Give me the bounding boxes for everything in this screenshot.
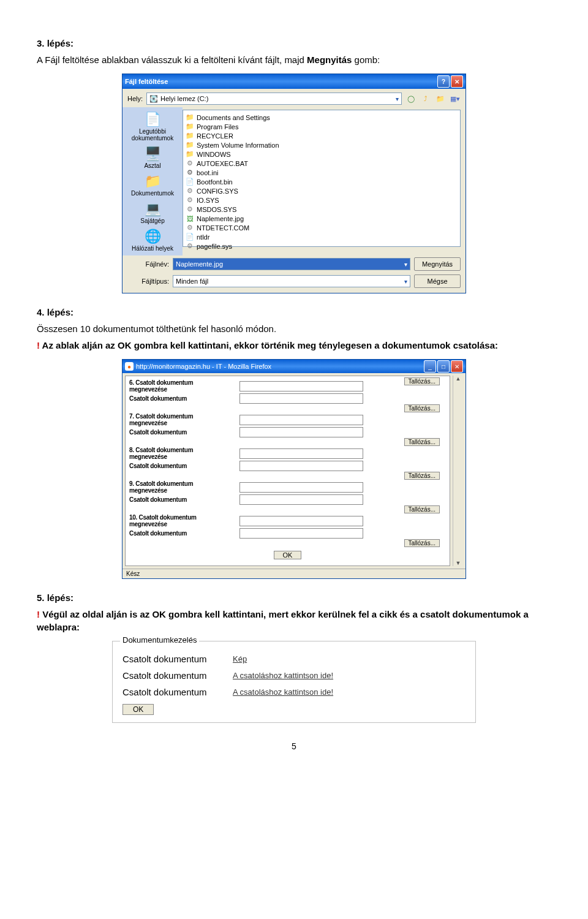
filename-input[interactable]: Naplemente.jpg▾ bbox=[173, 258, 410, 270]
location-combo[interactable]: 💽Helyi lemez (C:) ▾ bbox=[146, 93, 402, 105]
file-name: boot.ini bbox=[197, 169, 218, 176]
browse-button[interactable]: Tallózás... bbox=[404, 472, 440, 480]
list-item[interactable]: 📁Documents and Settings bbox=[186, 113, 458, 122]
form-row: 7. Csatolt dokumentummegnevezése bbox=[129, 413, 446, 426]
t-b: Megnyitás bbox=[307, 55, 352, 65]
up-icon[interactable]: ⤴ bbox=[420, 93, 431, 104]
maximize-icon[interactable]: □ bbox=[437, 360, 450, 373]
browse-button[interactable]: Tallózás... bbox=[404, 404, 440, 412]
file-list[interactable]: 📁Documents and Settings📁Program Files📁RE… bbox=[183, 110, 461, 247]
help-icon[interactable]: ? bbox=[437, 75, 450, 88]
list-item[interactable]: ⚙CONFIG.SYS bbox=[186, 186, 458, 195]
open-button[interactable]: Megnyitás bbox=[414, 257, 461, 271]
dialog-title: Fájl feltöltése bbox=[125, 78, 436, 85]
firefox-window: ●http://monitormagazin.hu - IT - Mozilla… bbox=[122, 359, 466, 579]
list-item[interactable]: ⚙AUTOEXEC.BAT bbox=[186, 159, 458, 168]
list-item[interactable]: 📄ntldr bbox=[186, 232, 458, 241]
close-icon[interactable]: ✕ bbox=[451, 75, 463, 88]
excl: ! bbox=[37, 340, 42, 350]
list-item[interactable]: 📄Bootfont.bin bbox=[186, 177, 458, 186]
browse-button[interactable]: Tallózás... bbox=[404, 377, 440, 385]
file-name: pagefile.sys bbox=[197, 243, 232, 250]
text-input[interactable] bbox=[239, 461, 363, 471]
list-item[interactable]: 📁Program Files bbox=[186, 122, 458, 131]
file-name: NTDETECT.COM bbox=[197, 224, 249, 232]
l: Sajátgép bbox=[140, 217, 164, 224]
filename-value: Naplemente.jpg bbox=[176, 260, 223, 268]
places-documents[interactable]: 📁Dokumentumok bbox=[125, 172, 180, 198]
text-input[interactable] bbox=[239, 381, 363, 391]
text-input[interactable] bbox=[239, 415, 363, 425]
row-label: 8. Csatolt dokumentummegnevezése bbox=[129, 447, 239, 460]
newfolder-icon[interactable]: 📁 bbox=[435, 93, 446, 104]
page-content: Tallózás... 6. Csatolt dokumentummegneve… bbox=[125, 376, 450, 566]
row-link[interactable]: A csatoláshoz kattintson ide! bbox=[233, 687, 333, 697]
scrollbar[interactable] bbox=[453, 376, 463, 566]
list-item[interactable]: ⚙IO.SYS bbox=[186, 195, 458, 205]
form-row: Csatolt dokumentum bbox=[129, 494, 446, 505]
step4-heading: 4. lépés: bbox=[37, 306, 551, 319]
form-row: Csatolt dokumentum bbox=[129, 461, 446, 471]
views-icon[interactable]: ▦▾ bbox=[450, 93, 461, 104]
places-desktop[interactable]: 🖥️Asztal bbox=[125, 144, 180, 170]
file-icon: ⚙ bbox=[186, 187, 194, 195]
list-item[interactable]: ⚙boot.ini bbox=[186, 168, 458, 177]
file-name: Bootfont.bin bbox=[197, 178, 233, 186]
l: Asztal bbox=[144, 162, 160, 169]
location-value: Helyi lemez (C:) bbox=[160, 95, 208, 102]
list-item[interactable]: 📁System Volume Information bbox=[186, 140, 458, 149]
close-icon[interactable]: ✕ bbox=[451, 360, 463, 373]
step3-heading: 3. lépés: bbox=[37, 37, 551, 50]
list-item[interactable]: ⚙NTDETECT.COM bbox=[186, 223, 458, 232]
browse-button[interactable]: Tallózás... bbox=[404, 539, 440, 547]
browse-row: Tallózás... bbox=[129, 438, 446, 446]
text-input[interactable] bbox=[239, 482, 363, 493]
row-label: 10. Csatolt dokumentummegnevezése bbox=[129, 514, 239, 528]
form-row: Csatolt dokumentum bbox=[129, 528, 446, 539]
step5-para: ! Végül az oldal alján is az OK gombra k… bbox=[37, 608, 551, 633]
file-icon: 📁 bbox=[186, 132, 194, 140]
row-link[interactable]: A csatoláshoz kattintson ide! bbox=[233, 671, 333, 680]
file-name: AUTOEXEC.BAT bbox=[197, 160, 248, 167]
row-label: Csatolt dokumentum bbox=[123, 654, 233, 664]
t: A Fájl feltöltése ablakban válasszuk ki … bbox=[37, 55, 307, 65]
text-input[interactable] bbox=[239, 516, 363, 526]
row-link[interactable]: Kép bbox=[233, 654, 247, 664]
list-item[interactable]: ⚙MSDOS.SYS bbox=[186, 205, 458, 214]
file-icon: ⚙ bbox=[186, 205, 194, 214]
list-item[interactable]: 🖼Naplemente.jpg bbox=[186, 214, 458, 223]
browse-button[interactable]: Tallózás... bbox=[404, 438, 440, 446]
text-input[interactable] bbox=[239, 448, 363, 459]
file-open-dialog: Fájl feltöltése ? ✕ Hely: 💽Helyi lemez (… bbox=[122, 74, 466, 293]
status-bar: Kész bbox=[123, 569, 466, 578]
text-input[interactable] bbox=[239, 494, 363, 505]
text-input[interactable] bbox=[239, 427, 363, 437]
ok-button[interactable]: OK bbox=[274, 551, 302, 559]
list-item[interactable]: 📁WINDOWS bbox=[186, 149, 458, 159]
cancel-button[interactable]: Mégse bbox=[414, 274, 461, 288]
file-icon: ⚙ bbox=[186, 168, 194, 177]
text-input[interactable] bbox=[239, 393, 363, 404]
row-label: 9. Csatolt dokumentummegnevezése bbox=[129, 480, 239, 494]
l: Hálózati helyek bbox=[132, 245, 173, 252]
document-management-fieldset: Dokumentumkezelés Csatolt dokumentumKép … bbox=[112, 641, 476, 723]
places-network[interactable]: 🌐Hálózati helyek bbox=[125, 227, 180, 253]
chevron-down-icon: ▾ bbox=[396, 96, 399, 102]
browse-button[interactable]: Tallózás... bbox=[404, 505, 440, 513]
file-name: CONFIG.SYS bbox=[197, 187, 238, 195]
row-label: Csatolt dokumentum bbox=[123, 687, 233, 697]
step4-para2: ! Az ablak alján az OK gombra kell katti… bbox=[37, 339, 551, 352]
text-input[interactable] bbox=[239, 528, 363, 539]
back-icon[interactable]: ◯ bbox=[405, 93, 417, 104]
file-name: Naplemente.jpg bbox=[197, 215, 244, 222]
list-item[interactable]: ⚙pagefile.sys bbox=[186, 241, 458, 251]
filetype-combo[interactable]: Minden fájl▾ bbox=[173, 275, 410, 287]
row-label: Csatolt dokumentum bbox=[129, 463, 239, 469]
places-computer[interactable]: 💻Sajátgép bbox=[125, 199, 180, 225]
list-item[interactable]: 📁RECYCLER bbox=[186, 131, 458, 140]
filename-label: Fájlnév: bbox=[127, 260, 169, 268]
ok-button[interactable]: OK bbox=[123, 704, 154, 715]
places-recent[interactable]: 📄Legutóbbi dokumentumok bbox=[125, 110, 180, 143]
documents-icon: 📁 bbox=[143, 173, 162, 190]
minimize-icon[interactable]: _ bbox=[424, 360, 436, 373]
